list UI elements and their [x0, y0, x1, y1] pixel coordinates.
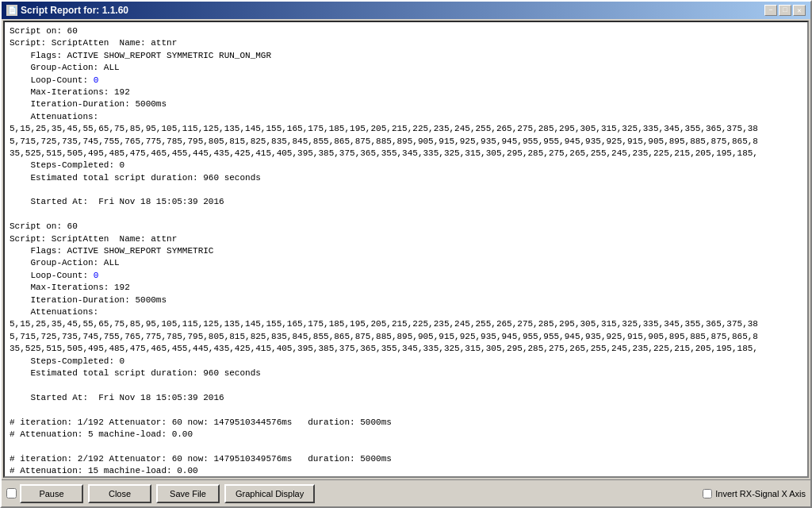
loop-count-1: 0 [94, 75, 99, 85]
pause-button[interactable]: Pause [20, 484, 83, 503]
maximize-button[interactable]: □ [779, 5, 791, 16]
loop-count-2: 0 [94, 271, 99, 280]
window-title: Script Report for: 1.1.60 [21, 5, 128, 16]
script-report-text[interactable]: Script on: 60 Script: ScriptAtten Name: … [5, 22, 807, 476]
bottom-bar: Pause Close Save File Graphical Display … [2, 479, 810, 506]
title-bar: 📄 Script Report for: 1.1.60 − □ ✕ [2, 2, 810, 19]
content-area: Script on: 60 Script: ScriptAtten Name: … [3, 21, 809, 478]
title-bar-controls: − □ ✕ [764, 5, 806, 16]
invert-label: Invert RX-Signal X Axis [715, 489, 806, 498]
close-button[interactable]: ✕ [793, 5, 806, 16]
window-icon: 📄 [6, 5, 17, 16]
pause-checkbox[interactable] [6, 488, 17, 498]
invert-checkbox-group: Invert RX-Signal X Axis [703, 489, 806, 498]
main-window: 📄 Script Report for: 1.1.60 − □ ✕ Script… [0, 0, 812, 508]
minimize-button[interactable]: − [764, 5, 777, 16]
pause-checkbox-group: Pause [6, 484, 83, 503]
save-file-button[interactable]: Save File [156, 484, 220, 503]
graphical-display-button[interactable]: Graphical Display [224, 484, 315, 503]
invert-checkbox[interactable] [703, 489, 712, 498]
close-button[interactable]: Close [88, 484, 151, 503]
